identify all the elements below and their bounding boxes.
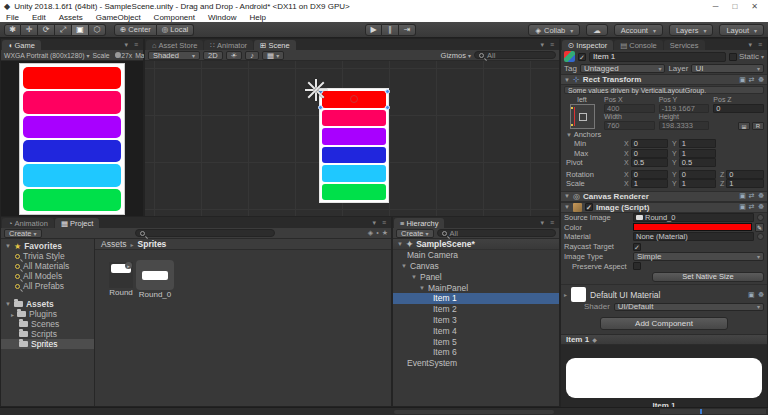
anchors-min-x-field[interactable]: 0 xyxy=(631,139,668,148)
scale-y-field[interactable]: 1 xyxy=(679,179,716,188)
help-icon[interactable]: ▣ xyxy=(739,76,746,84)
layer-dropdown[interactable]: UI▾ xyxy=(691,64,764,73)
favorites-root[interactable]: ▼★Favorites xyxy=(1,241,94,251)
foldout-icon[interactable]: ▼ xyxy=(564,77,570,83)
rotation-x-field[interactable]: 0 xyxy=(631,170,668,179)
source-image-field[interactable]: Round_0 xyxy=(633,213,754,222)
rect-transform-header[interactable]: ▼ ⊹ Rect Transform ▣⇄☸ xyxy=(561,74,767,85)
foldout-icon[interactable]: ▸ xyxy=(564,291,567,298)
play-button[interactable]: ▶ xyxy=(365,24,382,36)
preview-expand-icon[interactable]: ◆ xyxy=(592,336,597,343)
help-icon[interactable]: ▣ xyxy=(739,203,746,211)
hierarchy-create-button[interactable]: Create xyxy=(396,229,434,238)
folder-item-scenes[interactable]: Scenes xyxy=(1,319,94,329)
selection-handle-top-right[interactable] xyxy=(385,89,390,94)
close-button[interactable]: ✕ xyxy=(751,2,758,11)
shading-mode-dropdown[interactable]: Shaded xyxy=(148,51,200,60)
scene-view[interactable] xyxy=(145,61,559,217)
hierarchy-item-item-1[interactable]: Item 1 xyxy=(393,293,559,304)
anchors-foldout[interactable]: ▼ Anchors xyxy=(564,130,620,139)
hierarchy-item-item-4[interactable]: Item 4 xyxy=(393,325,559,336)
hierarchy-item-eventsystem[interactable]: EventSystem xyxy=(393,358,559,369)
folder-item-sprites[interactable]: Sprites xyxy=(1,339,94,349)
canvas-renderer-header[interactable]: ▼ ◎ Canvas Renderer ▣⇄☸ xyxy=(561,191,767,202)
scene-item-4[interactable] xyxy=(322,147,386,164)
static-dropdown-icon[interactable]: ▾ xyxy=(761,53,764,60)
object-picker-icon[interactable] xyxy=(757,214,764,221)
help-icon[interactable]: ▣ xyxy=(739,192,746,200)
favorite-item[interactable]: Trivia Style xyxy=(1,251,94,261)
pivot-ring-gizmo[interactable] xyxy=(350,95,358,103)
scale-x-field[interactable]: 1 xyxy=(631,179,668,188)
hierarchy-search-input[interactable]: All xyxy=(437,229,556,237)
hierarchy-item-panel[interactable]: ▼Panel xyxy=(393,271,559,282)
width-field[interactable]: 760 xyxy=(604,121,655,130)
pos-z-field[interactable]: 0 xyxy=(713,104,764,113)
hierarchy-item-item-3[interactable]: Item 3 xyxy=(393,315,559,326)
tab-console[interactable]: ▤ Console xyxy=(614,40,663,50)
search-by-label-icon[interactable]: ⬩ xyxy=(376,229,379,237)
rect-tool-button[interactable]: ▣ xyxy=(72,24,89,36)
transform-tool-button[interactable]: ⬡ xyxy=(89,24,106,36)
favorites-star-icon[interactable]: ★ xyxy=(382,229,388,237)
tab-project[interactable]: ▦ Project xyxy=(55,218,99,228)
pane-menu-icon[interactable]: ▾ ≡ xyxy=(540,219,556,227)
menu-file[interactable]: File xyxy=(6,13,19,22)
move-tool-button[interactable]: ✛ xyxy=(21,24,38,36)
image-enabled-checkbox[interactable]: ✓ xyxy=(585,203,593,211)
selection-handle-bottom-right[interactable] xyxy=(385,105,390,110)
scene-search-input[interactable]: All xyxy=(474,51,556,59)
pivot-x-field[interactable]: 0.5 xyxy=(631,158,668,167)
menu-assets[interactable]: Assets xyxy=(59,13,83,22)
tag-dropdown[interactable]: Untagged▾ xyxy=(580,64,666,73)
gizmos-dropdown[interactable]: Gizmos xyxy=(441,51,471,60)
scale-slider-knob[interactable] xyxy=(115,52,121,58)
raycast-target-checkbox[interactable]: ✓ xyxy=(633,243,641,251)
breadcrumb-assets[interactable]: Assets xyxy=(101,239,127,249)
pane-menu-icon[interactable]: ▾ ≡ xyxy=(124,41,140,49)
rotate-tool-button[interactable]: ⟳ xyxy=(38,24,55,36)
set-native-size-button[interactable]: Set Native Size xyxy=(652,272,764,282)
hierarchy-item-canvas[interactable]: ▼Canvas xyxy=(393,261,559,272)
raw-edit-mode-button[interactable]: R xyxy=(752,122,764,130)
account-button[interactable]: Account xyxy=(614,24,663,36)
preview-scrollbar[interactable] xyxy=(660,409,766,414)
menu-edit[interactable]: Edit xyxy=(32,13,46,22)
scene-item-5[interactable] xyxy=(322,165,386,182)
tab-asset-store[interactable]: ⌂ Asset Store xyxy=(146,40,203,50)
anchors-min-y-field[interactable]: 1 xyxy=(679,139,716,148)
image-type-dropdown[interactable]: Simple▾ xyxy=(633,252,764,261)
breadcrumb-sprites[interactable]: Sprites xyxy=(138,239,167,249)
tab-hierarchy[interactable]: ≡ Hierarchy xyxy=(394,218,444,228)
blueprint-mode-button[interactable]: ⊞ xyxy=(738,122,750,130)
layers-button[interactable]: Layers xyxy=(669,24,714,36)
anchors-max-x-field[interactable]: 0 xyxy=(631,149,668,158)
space-mode-button[interactable]: ◎ Local xyxy=(157,24,194,36)
folder-item-scripts[interactable]: Scripts xyxy=(1,329,94,339)
hand-tool-button[interactable]: ✱ xyxy=(4,24,21,36)
favorite-item[interactable]: All Materials xyxy=(1,261,94,271)
scene-item-6[interactable] xyxy=(322,184,386,201)
layout-button[interactable]: Layout xyxy=(719,24,764,36)
material-field[interactable]: None (Material) xyxy=(633,232,754,241)
lighting-toggle-button[interactable]: ☀ xyxy=(226,51,243,60)
image-component-header[interactable]: ▼ ✓ Image (Script) ▣⇄☸ xyxy=(561,202,767,213)
scene-header-row[interactable]: ▼✦SampleScene* xyxy=(393,239,559,250)
maximize-button[interactable]: □ xyxy=(732,2,737,11)
project-create-button[interactable]: Create xyxy=(4,229,42,238)
shader-dropdown[interactable]: UI/Default▾ xyxy=(614,303,764,311)
favorite-item[interactable]: All Models xyxy=(1,271,94,281)
presets-icon[interactable]: ⇄ xyxy=(749,203,755,211)
menu-gameobject[interactable]: GameObject xyxy=(96,13,141,22)
move-gizmo[interactable] xyxy=(304,78,328,102)
tab-animation[interactable]: ◔ Animation xyxy=(2,218,54,228)
hierarchy-item-item-2[interactable]: Item 2 xyxy=(393,304,559,315)
selection-handle-bottom-left[interactable] xyxy=(318,105,323,110)
pane-menu-icon[interactable]: ▾ ≡ xyxy=(372,219,388,227)
menu-window[interactable]: Window xyxy=(208,13,236,22)
tab-services[interactable]: Services xyxy=(664,40,705,50)
pane-menu-icon[interactable]: ▾ ≡ xyxy=(748,41,764,49)
tab-scene[interactable]: ⊞ Scene xyxy=(254,40,296,50)
folder-item-plugins[interactable]: ▸Plugins xyxy=(1,309,94,319)
pos-x-field[interactable]: 400 xyxy=(604,104,655,113)
